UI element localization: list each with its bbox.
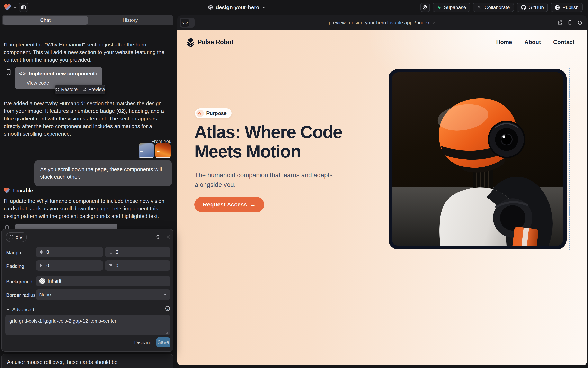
collaborate-button[interactable]: Collaborate — [473, 3, 514, 12]
assistant-message-1: I'll implement the "Why Humanoid" sectio… — [4, 41, 171, 64]
assistant-message-3: I'll update the WhyHumanoid component to… — [4, 197, 171, 220]
preview-button[interactable]: Preview — [82, 87, 105, 92]
project-chevron-icon — [262, 6, 266, 9]
tab-history[interactable]: History — [88, 16, 173, 25]
resize-handle[interactable] — [165, 331, 169, 334]
url-separator: / — [415, 20, 416, 26]
refresh-button[interactable] — [577, 20, 583, 25]
element-outline-icon — [9, 235, 13, 239]
help-icon[interactable]: ? — [164, 305, 171, 312]
restore-button[interactable]: Restore — [55, 87, 78, 92]
transparency-swatch-icon — [39, 278, 45, 284]
purpose-badge: Purpose — [195, 108, 232, 118]
advanced-section-toggle[interactable]: Advanced — [6, 307, 34, 313]
selected-element-tag: div — [16, 234, 22, 240]
hero-image-card — [389, 69, 567, 249]
discard-button[interactable]: Discard — [134, 340, 152, 346]
rendered-website: Pulse Robot Home About Contact Purpose A… — [177, 30, 587, 365]
element-inspector-panel: div Margin 0 0 Padding 0 — [1, 229, 173, 352]
message-menu-icon[interactable]: ··· — [164, 187, 172, 194]
toggle-sidebar-button[interactable] — [19, 3, 28, 12]
advanced-classes-textarea[interactable]: grid grid-cols-1 lg:grid-cols-2 gap-12 i… — [5, 315, 170, 335]
chat-composer: As user mouse roll over, these cards sho… — [1, 354, 173, 368]
layers-logo-icon — [186, 37, 195, 47]
site-logo[interactable]: Pulse Robot — [186, 37, 233, 47]
project-globe-icon — [208, 5, 213, 10]
request-access-button[interactable]: Request Access→ — [194, 197, 264, 212]
version-hover-toolbar: Restore Preview — [55, 85, 105, 94]
bookmark-icon[interactable] — [6, 69, 11, 76]
github-icon — [521, 4, 526, 10]
padding-y-input[interactable]: 0 — [105, 260, 170, 271]
nav-about[interactable]: About — [524, 39, 541, 45]
restore-icon — [55, 87, 59, 92]
nav-home[interactable]: Home — [496, 39, 512, 45]
margin-horizontal-icon — [39, 250, 44, 254]
lovable-heart-icon — [4, 188, 10, 193]
attachment-thumbnail-orange[interactable] — [155, 143, 171, 158]
component-card-title: Implement new component — [29, 71, 95, 77]
close-panel-button[interactable] — [165, 234, 171, 240]
workspace-chevron-icon[interactable] — [13, 6, 17, 9]
padding-vertical-icon — [108, 263, 113, 268]
settings-button[interactable] — [420, 3, 430, 12]
margin-y-input[interactable]: 0 — [105, 247, 170, 257]
hero-heading: Atlas: Where Code Meets Motion — [194, 122, 342, 161]
attachment-thumbnail-blue[interactable] — [139, 143, 154, 158]
preview-pane: < > preview--design-your-hero.lovable.ap… — [177, 15, 587, 365]
border-radius-select[interactable]: None — [36, 289, 170, 300]
code-icon: <> — [19, 71, 26, 77]
padding-label: Padding — [6, 263, 24, 269]
project-name: design-your-hero — [216, 4, 259, 11]
robot-image — [392, 72, 563, 246]
chat-sidebar: Chat History I'll implement the "Why Hum… — [0, 15, 176, 368]
padding-x-input[interactable]: 0 — [36, 260, 103, 271]
delete-element-button[interactable] — [155, 234, 161, 240]
preview-page: index — [418, 20, 430, 26]
view-code-link[interactable]: View code — [27, 80, 49, 86]
external-link-icon — [82, 87, 86, 92]
save-button[interactable]: Save — [156, 337, 170, 347]
chat-history-tabs: Chat History — [2, 15, 173, 25]
open-in-new-tab-button[interactable] — [557, 20, 563, 25]
publish-globe-icon — [555, 5, 560, 10]
lovable-app-window: design-your-hero Supabase — [0, 0, 588, 368]
hero-subtitle: The humanoid companion that learns and a… — [195, 171, 333, 190]
lovable-logo-heart-icon[interactable] — [4, 4, 11, 11]
chat-input[interactable]: As user mouse roll over, these cards sho… — [7, 359, 167, 365]
project-switcher[interactable]: design-your-hero — [202, 0, 272, 15]
mobile-view-button[interactable] — [567, 20, 573, 25]
selected-element-chip[interactable]: div — [6, 232, 27, 242]
chevron-right-icon — [95, 72, 99, 76]
user-message-bubble: As you scroll down the page, these compo… — [34, 160, 172, 186]
pulse-icon — [196, 110, 204, 117]
supabase-icon — [436, 5, 442, 10]
preview-toolbar: < > preview--design-your-hero.lovable.ap… — [177, 15, 587, 30]
margin-vertical-icon — [108, 250, 113, 254]
arrow-right-icon: → — [250, 201, 256, 208]
chevron-down-icon — [163, 293, 167, 297]
site-brand-name: Pulse Robot — [198, 38, 233, 46]
svg-text:?: ? — [167, 307, 168, 310]
publish-button[interactable]: Publish — [550, 3, 583, 12]
chevron-down-icon — [6, 308, 10, 311]
padding-horizontal-icon — [39, 263, 44, 268]
nav-contact[interactable]: Contact — [553, 39, 575, 45]
clipped-bookmark-icon — [5, 225, 9, 229]
supabase-button[interactable]: Supabase — [433, 3, 470, 12]
margin-label: Margin — [6, 250, 21, 256]
top-bar: design-your-hero Supabase — [0, 0, 588, 15]
collaborate-users-icon — [477, 5, 483, 10]
margin-x-input[interactable]: 0 — [36, 247, 103, 257]
preview-url-bar[interactable]: preview--design-your-hero.lovable.app / … — [177, 15, 587, 30]
site-nav: Home About Contact — [496, 39, 575, 45]
github-button[interactable]: GitHub — [517, 3, 548, 12]
assistant-message-2: I've added a new "Why Humanoid" section … — [4, 100, 171, 138]
preview-url: preview--design-your-hero.lovable.app — [329, 20, 413, 26]
background-label: Background — [6, 279, 32, 285]
purpose-badge-label: Purpose — [206, 110, 227, 116]
chevron-down-icon — [432, 21, 435, 25]
tab-chat[interactable]: Chat — [3, 16, 88, 25]
border-radius-label: Border radius — [6, 292, 36, 298]
background-input[interactable]: Inherit — [36, 276, 170, 286]
